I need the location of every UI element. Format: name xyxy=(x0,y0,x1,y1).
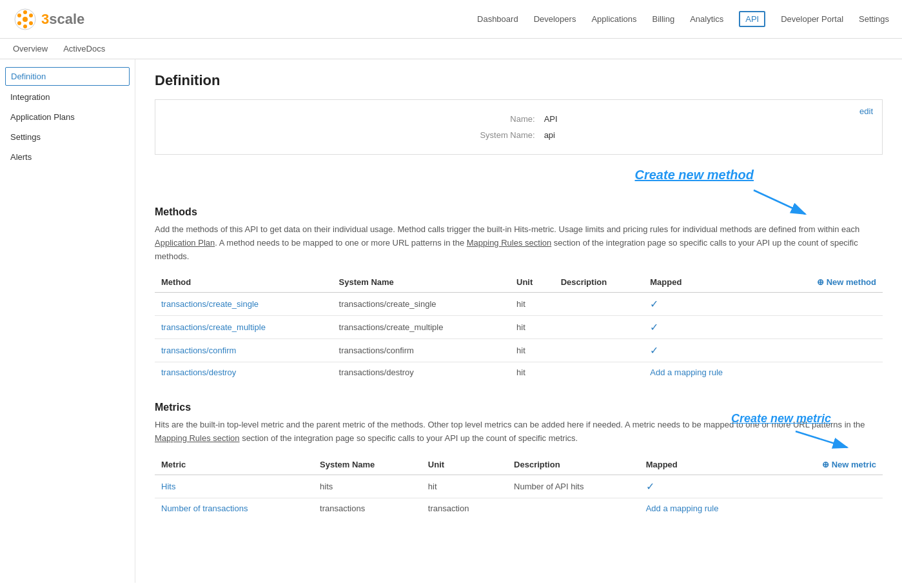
mapping-rules-link[interactable]: Mapping Rules section xyxy=(467,238,552,248)
col-unit: Unit xyxy=(510,272,554,293)
mapped-check: ✓ xyxy=(650,345,658,356)
col-new-metric: New metric xyxy=(776,455,883,475)
subnav-overview[interactable]: Overview xyxy=(13,44,48,54)
method-description xyxy=(554,293,644,316)
metrics-table: Metric System Name Unit Description Mapp… xyxy=(155,455,883,518)
nav-analytics[interactable]: Analytics xyxy=(690,14,723,24)
col-metric-unit: Unit xyxy=(422,455,507,475)
method-link-create-multiple[interactable]: transactions/create_multiple xyxy=(161,322,266,332)
svg-point-4 xyxy=(29,21,33,25)
main-nav: Dashboard Developers Applications Billin… xyxy=(477,11,889,27)
new-metric-button[interactable]: New metric xyxy=(822,460,876,469)
sidebar-item-application-plans[interactable]: Application Plans xyxy=(0,107,135,127)
col-description: Description xyxy=(554,272,644,293)
edit-link[interactable]: edit xyxy=(859,106,873,116)
mapped-check: ✓ xyxy=(650,299,658,309)
method-description xyxy=(554,316,644,339)
col-metric-system-name: System Name xyxy=(313,455,422,475)
col-method: Method xyxy=(155,272,333,293)
svg-point-2 xyxy=(23,10,27,14)
table-row: transactions/destroy transactions/destro… xyxy=(155,362,883,383)
metric-link-transactions[interactable]: Number of transactions xyxy=(161,504,248,513)
nav-applications[interactable]: Applications xyxy=(591,14,636,24)
table-row: transactions/create_multiple transaction… xyxy=(155,316,883,339)
metrics-desc-wrapper: Hits are the built-in top-level metric a… xyxy=(155,418,883,446)
table-row: transactions/create_single transactions/… xyxy=(155,293,883,316)
method-unit: hit xyxy=(510,316,554,339)
info-table: Name: API System Name: api xyxy=(475,110,562,144)
method-system-name: transactions/create_single xyxy=(333,293,511,316)
sidebar: Definition Integration Application Plans… xyxy=(0,59,135,583)
table-row: transactions/confirm transactions/confir… xyxy=(155,339,883,362)
svg-point-1 xyxy=(23,17,28,22)
mapped-check: ✓ xyxy=(650,322,658,333)
col-metric-description: Description xyxy=(507,455,640,475)
metric-system-name: hits xyxy=(313,475,422,498)
main-layout: Definition Integration Application Plans… xyxy=(0,59,902,583)
logo[interactable]: 3scale xyxy=(13,7,84,32)
metric-unit: hit xyxy=(422,475,507,498)
table-row: Hits hits hit Number of API hits ✓ xyxy=(155,475,883,498)
metrics-mapping-rules-link[interactable]: Mapping Rules section xyxy=(155,433,240,443)
metric-unit: transaction xyxy=(422,498,507,518)
col-new-method: New method xyxy=(773,272,883,293)
logo-icon xyxy=(13,7,37,32)
add-mapping-rule-link[interactable]: Add a mapping rule xyxy=(650,368,723,377)
method-link-create-single[interactable]: transactions/create_single xyxy=(161,299,259,309)
method-description xyxy=(554,362,644,383)
system-name-label: System Name: xyxy=(476,128,538,142)
methods-table: Method System Name Unit Description Mapp… xyxy=(155,272,883,382)
methods-title: Methods xyxy=(155,206,883,218)
metrics-section: Metrics Hits are the built-in top-level … xyxy=(155,402,883,518)
sidebar-item-definition[interactable]: Definition xyxy=(5,67,130,86)
metric-system-name: transactions xyxy=(313,498,422,518)
add-metric-mapping-rule-link[interactable]: Add a mapping rule xyxy=(646,504,719,513)
method-description xyxy=(554,339,644,362)
col-mapped: Mapped xyxy=(643,272,773,293)
name-label: Name: xyxy=(476,112,538,126)
methods-description: Add the methods of this API to get data … xyxy=(155,223,883,263)
sidebar-item-alerts[interactable]: Alerts xyxy=(0,147,135,167)
method-system-name: transactions/confirm xyxy=(333,339,511,362)
col-metric-mapped: Mapped xyxy=(640,455,776,475)
metric-description: Number of API hits xyxy=(507,475,640,498)
metric-link-hits[interactable]: Hits xyxy=(161,482,175,491)
methods-section: Create new method Methods Add the method… xyxy=(155,168,883,382)
nav-billing[interactable]: Billing xyxy=(652,14,675,24)
nav-dashboard[interactable]: Dashboard xyxy=(477,14,518,24)
nav-developers[interactable]: Developers xyxy=(534,14,576,24)
create-method-callout: Create new method xyxy=(155,168,883,206)
logo-orange: 3 xyxy=(41,11,49,27)
create-metric-callout: Create new metric xyxy=(657,412,883,444)
nav-settings[interactable]: Settings xyxy=(859,14,889,24)
svg-point-6 xyxy=(17,21,21,25)
sub-navigation: Overview ActiveDocs xyxy=(0,39,902,59)
svg-point-5 xyxy=(23,24,27,28)
svg-point-3 xyxy=(29,14,33,17)
nav-api[interactable]: API xyxy=(739,11,765,27)
method-system-name: transactions/create_multiple xyxy=(333,316,511,339)
info-box: edit Name: API System Name: api xyxy=(155,99,883,155)
method-link-confirm[interactable]: transactions/confirm xyxy=(161,346,236,355)
create-method-annotation: Create new method xyxy=(635,168,754,182)
svg-point-7 xyxy=(17,14,21,17)
method-system-name: transactions/destroy xyxy=(333,362,511,383)
system-name-value: api xyxy=(540,128,562,142)
metric-description xyxy=(507,498,640,518)
method-unit: hit xyxy=(510,339,554,362)
nav-developer-portal[interactable]: Developer Portal xyxy=(781,14,843,24)
table-row: Number of transactions transactions tran… xyxy=(155,498,883,518)
subnav-activedocs[interactable]: ActiveDocs xyxy=(63,44,105,54)
sidebar-item-settings[interactable]: Settings xyxy=(0,127,135,147)
name-value: API xyxy=(540,112,562,126)
create-metric-arrow xyxy=(792,428,857,454)
mapped-check: ✓ xyxy=(646,481,654,492)
page-title: Definition xyxy=(155,72,883,89)
new-method-button[interactable]: New method xyxy=(817,277,876,287)
sidebar-item-integration[interactable]: Integration xyxy=(0,87,135,107)
col-metric: Metric xyxy=(155,455,313,475)
logo-gray: scale xyxy=(49,11,84,27)
application-plan-link[interactable]: Application Plan xyxy=(155,238,215,248)
main-content: Definition edit Name: API System Name: a… xyxy=(135,59,902,583)
method-link-destroy[interactable]: transactions/destroy xyxy=(161,368,236,377)
